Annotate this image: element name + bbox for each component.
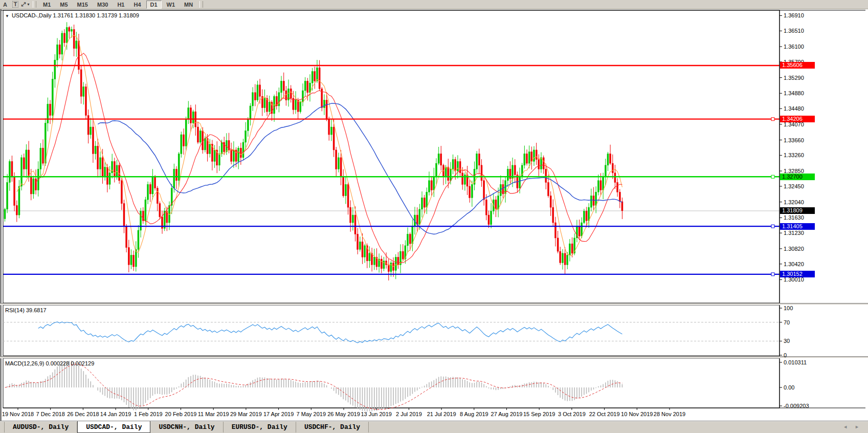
panel-splitter[interactable] bbox=[0, 303, 868, 305]
toolbar: AT⤢▼M1M5M15M30H1H4D1W1MN bbox=[0, 0, 868, 9]
price-tag-1.32700: 1.32700 bbox=[780, 174, 815, 180]
price-axis-label: 1.33660 bbox=[784, 137, 804, 143]
chart-canvas[interactable] bbox=[0, 9, 868, 421]
timeframe-button-m1[interactable]: M1 bbox=[39, 1, 55, 9]
line-handle bbox=[771, 225, 774, 228]
cursor-tool-button[interactable]: A bbox=[1, 1, 10, 8]
chart-tab-usdcnh[interactable]: USDCNH-, Daily bbox=[150, 422, 223, 432]
price-axis-label: 1.34880 bbox=[784, 90, 804, 96]
chart-tab-eurusd[interactable]: EURUSD-, Daily bbox=[224, 422, 296, 432]
price-axis-label: 1.32450 bbox=[784, 183, 804, 189]
rsi-axis-label: 100 bbox=[784, 305, 793, 311]
timeframe-button-m30[interactable]: M30 bbox=[93, 1, 112, 9]
chart-title: ▼USDCAD-,Daily 1.31761 1.31830 1.31739 1… bbox=[5, 12, 139, 18]
tab-scroll-left-button[interactable]: ◄ bbox=[839, 424, 851, 429]
price-axis-label: 1.31230 bbox=[784, 230, 804, 236]
chart-tab-audusd[interactable]: AUDUSD-, Daily bbox=[4, 422, 77, 432]
macd-axis-label: 0.010311 bbox=[784, 359, 807, 365]
main-panel-border bbox=[3, 10, 780, 303]
line-handle bbox=[771, 273, 774, 276]
price-axis-label: 1.30820 bbox=[784, 246, 804, 252]
price-axis-label: 1.36100 bbox=[784, 44, 804, 50]
price-axis-label: 1.34480 bbox=[784, 105, 804, 112]
price-tag-1.35606: 1.35606 bbox=[780, 62, 815, 69]
macd-axis-label: 0.00 bbox=[784, 384, 794, 391]
line-handle bbox=[771, 118, 774, 121]
toolbar-separator bbox=[199, 1, 203, 8]
macd-axis-label: -0.009203 bbox=[784, 403, 809, 409]
price-axis-label: 1.36510 bbox=[784, 28, 804, 34]
rsi-line bbox=[38, 322, 622, 343]
collapse-arrow-icon[interactable]: ▼ bbox=[5, 14, 9, 18]
price-axis-label: 1.36910 bbox=[784, 12, 804, 18]
rsi-axis-label: 30 bbox=[784, 338, 790, 344]
price-tag-1.31405: 1.31405 bbox=[780, 223, 815, 230]
chart-title-text: USDCAD-,Daily 1.31761 1.31830 1.31739 1.… bbox=[12, 12, 139, 18]
timeframe-button-d1[interactable]: D1 bbox=[146, 1, 162, 9]
rsi-axis-label: 70 bbox=[784, 319, 790, 326]
timeframe-button-mn[interactable]: MN bbox=[180, 1, 197, 9]
chart-window[interactable]: ▼USDCAD-,Daily 1.31761 1.31830 1.31739 1… bbox=[0, 9, 868, 421]
price-axis-label: 1.32040 bbox=[784, 199, 804, 205]
chart-tab-usdchf[interactable]: USDCHF-, Daily bbox=[296, 422, 369, 432]
mt4-window: AT⤢▼M1M5M15M30H1H4D1W1MN ▼USDCAD-,Daily … bbox=[0, 0, 868, 433]
text-tool-icon: T bbox=[12, 1, 19, 8]
rsi-axis-label: 0 bbox=[784, 352, 787, 358]
line-handle bbox=[771, 175, 774, 178]
price-axis-label: 1.35290 bbox=[784, 75, 804, 81]
price-tag-1.30152: 1.30152 bbox=[780, 271, 815, 277]
rsi-indicator-label: RSI(14) 39.6817 bbox=[5, 307, 47, 313]
rsi-panel-border bbox=[3, 305, 780, 356]
cursor-tool-icon: A bbox=[3, 2, 7, 8]
candles-group bbox=[4, 22, 623, 280]
price-axis-label: 1.31630 bbox=[784, 214, 804, 221]
chart-tab-bar: AUDUSD-, DailyUSDCAD-, DailyUSDCNH-, Dai… bbox=[0, 421, 868, 433]
cycle-arrows-button[interactable]: ⤢▼ bbox=[21, 1, 30, 8]
toolbar-separator bbox=[33, 1, 36, 8]
cycle-arrows-tool-icon: ⤢ bbox=[21, 1, 26, 8]
chart-tab-usdcad[interactable]: USDCAD-, Daily bbox=[77, 421, 150, 433]
date-axis-label: 28 Nov 2019 bbox=[649, 411, 690, 417]
tab-scroll-right-button[interactable]: ► bbox=[851, 424, 863, 429]
timeframe-button-h1[interactable]: H1 bbox=[113, 1, 128, 9]
price-tag-1.34206: 1.34206 bbox=[780, 116, 815, 122]
price-axis-label: 1.30420 bbox=[784, 261, 804, 267]
macd-histogram-group bbox=[5, 361, 622, 412]
macd-indicator-label: MACD(12,26,9) 0.000228 0.002129 bbox=[5, 360, 94, 366]
dropdown-caret-icon: ▼ bbox=[27, 3, 30, 6]
panel-splitter[interactable] bbox=[0, 356, 868, 358]
price-axis-label: 1.33260 bbox=[784, 152, 804, 158]
timeframe-button-w1[interactable]: W1 bbox=[163, 1, 180, 9]
timeframe-button-h4[interactable]: H4 bbox=[129, 1, 145, 9]
tab-scroll-buttons: ◄► bbox=[839, 421, 863, 432]
price-tag-1.31809: 1.31809 bbox=[780, 207, 815, 214]
text-tool-button[interactable]: T bbox=[11, 1, 20, 8]
timeframe-button-m5[interactable]: M5 bbox=[56, 1, 72, 9]
timeframe-button-m15[interactable]: M15 bbox=[73, 1, 92, 9]
